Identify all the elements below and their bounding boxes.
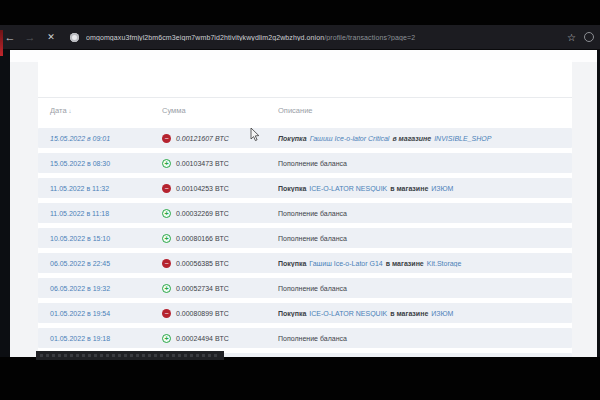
status-bar-blurred-text [40, 354, 220, 357]
transaction-amount: −0.00080899 BTC [162, 309, 278, 318]
description-link[interactable]: Kit.Storage [427, 260, 462, 267]
transaction-date-link[interactable]: 15.05.2022 в 08:30 [38, 160, 162, 167]
transaction-description: Пополнение баланса [278, 285, 572, 292]
minus-badge-icon: − [162, 309, 171, 318]
amount-value: 0.00080899 BTC [176, 310, 229, 317]
transaction-description: Пополнение баланса [278, 210, 572, 217]
transaction-amount: −0.00121607 BTC [162, 134, 278, 143]
browser-toolbar: ← → ✕ omgomgaxu3fmjyl2bm6cm3eiqm7wmb7id2… [0, 25, 600, 50]
stop-reload-button[interactable]: ✕ [40, 25, 62, 50]
url-domain: omgomgaxu3fmjyl2bm6cm3eiqm7wmb7id2htivit… [86, 34, 324, 41]
sort-desc-icon: ↓ [69, 108, 72, 114]
description-text: Пополнение баланса [278, 285, 347, 292]
table-row: 11.05.2022 в 11:32−0.00104253 BTCПокупка… [38, 178, 572, 198]
transaction-description: Пополнение баланса [278, 335, 572, 342]
description-link[interactable]: INVISIBLE_SHOP [434, 135, 491, 142]
browser-status-bar [36, 351, 224, 360]
description-text: в магазине [386, 260, 424, 267]
description-link[interactable]: Гашиш Ice-o-Lator G14 [309, 260, 382, 267]
description-text: Покупка [278, 310, 306, 317]
table-header-row: Дата↓ Сумма Описание [38, 103, 572, 117]
transaction-description: ПокупкаГашиш Ice-o-Lator G14в магазинеKi… [278, 260, 572, 267]
video-frame: ← → ✕ omgomgaxu3fmjyl2bm6cm3eiqm7wmb7id2… [0, 0, 600, 400]
table-row: 11.05.2022 в 11:18+0.00032269 BTCПополне… [38, 203, 572, 223]
letterbox-top [0, 0, 600, 25]
description-link[interactable]: ИЗЮМ [431, 310, 453, 317]
minus-badge-icon: − [162, 134, 171, 143]
description-text: Покупка [278, 185, 306, 192]
amount-value: 0.00056385 BTC [176, 260, 229, 267]
amount-value: 0.00104253 BTC [176, 185, 229, 192]
site-info-icon[interactable] [70, 33, 79, 42]
back-button[interactable]: ← [0, 25, 20, 50]
letterbox-bottom [0, 357, 600, 400]
minus-badge-icon: − [162, 184, 171, 193]
table-divider [38, 97, 572, 98]
window-left-edge [0, 50, 10, 357]
table-row: 01.05.2022 в 19:54−0.00080899 BTCПокупка… [38, 303, 572, 323]
description-text: Пополнение баланса [278, 235, 347, 242]
table-row: 15.05.2022 в 08:30+0.00103473 BTCПополне… [38, 153, 572, 173]
table-row: 01.05.2022 в 19:18+0.00024494 BTCПополне… [38, 328, 572, 348]
transaction-amount: +0.00080166 BTC [162, 234, 278, 243]
description-text: Покупка [278, 260, 306, 267]
bookmark-star-icon[interactable]: ☆ [567, 25, 576, 50]
transaction-amount: +0.00103473 BTC [162, 159, 278, 168]
transaction-date-link[interactable]: 11.05.2022 в 11:32 [38, 185, 162, 192]
plus-badge-icon: + [162, 234, 171, 243]
transaction-date-link[interactable]: 06.05.2022 в 19:32 [38, 285, 162, 292]
transaction-date-link[interactable]: 06.05.2022 в 22:45 [38, 260, 162, 267]
amount-value: 0.00032269 BTC [176, 210, 229, 217]
description-link[interactable]: ИЗЮМ [431, 185, 453, 192]
column-header-date[interactable]: Дата↓ [38, 106, 162, 115]
transactions-rows: 15.05.2022 в 09:01−0.00121607 BTCПокупка… [38, 128, 572, 357]
transaction-date-link[interactable]: 01.05.2022 в 19:54 [38, 310, 162, 317]
description-link[interactable]: ICE-O-LATOR NESQUIK [309, 310, 387, 317]
minus-badge-icon: − [162, 259, 171, 268]
transaction-amount: +0.00024494 BTC [162, 334, 278, 343]
amount-value: 0.00052734 BTC [176, 285, 229, 292]
transaction-description: ПокупкаICE-O-LATOR NESQUIKв магазинеИЗЮМ [278, 310, 572, 317]
description-text: Покупка [278, 135, 307, 142]
amount-value: 0.00103473 BTC [176, 160, 229, 167]
description-text: в магазине [392, 135, 431, 142]
transaction-amount: −0.00104253 BTC [162, 184, 278, 193]
amount-value: 0.00024494 BTC [176, 335, 229, 342]
table-row: 06.05.2022 в 19:32+0.00052734 BTCПополне… [38, 278, 572, 298]
left-red-accent [0, 30, 3, 56]
transactions-card: Дата↓ Сумма Описание 15.05.2022 в 09:01−… [38, 60, 572, 357]
mouse-cursor [250, 128, 260, 142]
table-row: 10.05.2022 в 15:10+0.00080166 BTCПополне… [38, 228, 572, 248]
column-header-date-label: Дата [50, 106, 67, 115]
description-link[interactable]: Гашиш Ice-o-lator Critical [310, 135, 390, 142]
transaction-date-link[interactable]: 15.05.2022 в 09:01 [38, 135, 162, 142]
description-text: Пополнение баланса [278, 335, 347, 342]
page-background: Дата↓ Сумма Описание 15.05.2022 в 09:01−… [10, 50, 597, 357]
forward-button[interactable]: → [20, 25, 40, 50]
description-link[interactable]: ICE-O-LATOR NESQUIK [309, 185, 387, 192]
column-header-amount[interactable]: Сумма [162, 106, 278, 115]
transaction-date-link[interactable]: 10.05.2022 в 15:10 [38, 235, 162, 242]
url-path: /profile/transactions?page=2 [324, 34, 415, 41]
amount-value: 0.00121607 BTC [176, 135, 229, 142]
column-header-description[interactable]: Описание [278, 106, 572, 115]
browser-menu-icon[interactable] [584, 32, 594, 42]
plus-badge-icon: + [162, 334, 171, 343]
plus-badge-icon: + [162, 159, 171, 168]
address-bar[interactable]: omgomgaxu3fmjyl2bm6cm3eiqm7wmb7id2htivit… [86, 34, 567, 41]
table-row: 15.05.2022 в 09:01−0.00121607 BTCПокупка… [38, 128, 572, 148]
transaction-date-link[interactable]: 11.05.2022 в 11:18 [38, 210, 162, 217]
transaction-amount: −0.00056385 BTC [162, 259, 278, 268]
table-row: 06.05.2022 в 22:45−0.00056385 BTCПокупка… [38, 253, 572, 273]
description-text: Пополнение баланса [278, 210, 347, 217]
transaction-description: ПокупкаICE-O-LATOR NESQUIKв магазинеИЗЮМ [278, 185, 572, 192]
transaction-description: Пополнение баланса [278, 160, 572, 167]
description-text: Пополнение баланса [278, 160, 347, 167]
plus-badge-icon: + [162, 209, 171, 218]
transaction-description: ПокупкаГашиш Ice-o-lator Criticalв магаз… [278, 135, 572, 142]
description-text: в магазине [390, 310, 428, 317]
transaction-description: Пополнение баланса [278, 235, 572, 242]
transaction-amount: +0.00052734 BTC [162, 284, 278, 293]
description-text: в магазине [390, 185, 428, 192]
transaction-date-link[interactable]: 01.05.2022 в 19:18 [38, 335, 162, 342]
